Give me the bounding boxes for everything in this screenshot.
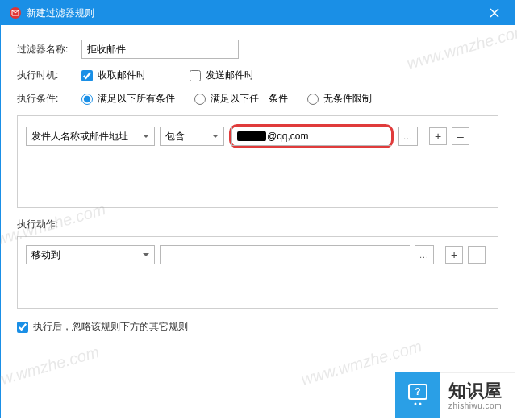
dialog-content: 过滤器名称: 执行时机: 收取邮件时 发送邮件时 执行条件: — [1, 25, 515, 342]
condition-value-text: @qq,com — [267, 131, 309, 142]
action-row: 移动到 ... + – — [26, 245, 490, 264]
filter-name-label: 过滤器名称: — [17, 43, 81, 56]
svg-text:?: ? — [415, 386, 420, 397]
condition-add-button[interactable]: + — [429, 127, 447, 145]
filter-name-input[interactable] — [81, 40, 239, 59]
svg-point-3 — [419, 403, 421, 405]
logo-en: zhishiwu.com — [448, 401, 502, 410]
app-icon — [9, 6, 22, 19]
when-receive-input[interactable] — [81, 70, 93, 81]
cond-none-text: 无条件限制 — [323, 92, 372, 106]
close-button[interactable] — [482, 1, 507, 25]
action-op-value: 移动到 — [31, 248, 60, 262]
cond-any-input[interactable] — [194, 94, 206, 105]
condition-field-value: 发件人名称或邮件地址 — [31, 130, 128, 143]
cond-label: 执行条件: — [17, 92, 81, 106]
logo-badge: ? 知识屋 zhishiwu.com — [395, 372, 515, 418]
ignore-checkbox[interactable]: 执行后，忽略该规则下方的其它规则 — [17, 320, 498, 334]
action-browse-button[interactable]: ... — [415, 245, 434, 264]
when-send-text: 发送邮件时 — [206, 69, 254, 82]
titlebar: 新建过滤器规则 — [1, 1, 515, 25]
actions-label: 执行动作: — [17, 218, 498, 231]
cond-any-text: 满足以下任一条件 — [211, 92, 288, 106]
when-send-input[interactable] — [190, 70, 201, 81]
action-remove-button[interactable]: – — [468, 246, 486, 264]
cond-none-input[interactable] — [307, 94, 319, 105]
condition-value-highlight: @qq,com — [229, 124, 394, 148]
cond-all-radio[interactable]: 满足以下所有条件 — [81, 92, 175, 106]
svg-point-2 — [414, 403, 416, 405]
action-add-button[interactable]: + — [445, 246, 463, 264]
watermark: www.wmzhe.com — [0, 343, 102, 395]
ignore-text: 执行后，忽略该规则下方的其它规则 — [33, 320, 188, 334]
condition-op-value: 包含 — [165, 130, 185, 143]
cond-any-radio[interactable]: 满足以下任一条件 — [194, 92, 288, 106]
condition-field-select[interactable]: 发件人名称或邮件地址 — [26, 127, 155, 146]
redacted-text — [237, 131, 266, 141]
condition-op-select[interactable]: 包含 — [160, 127, 224, 146]
when-send-checkbox[interactable]: 发送邮件时 — [190, 69, 254, 82]
condition-value-input[interactable]: @qq,com — [231, 127, 391, 146]
logo-text: 知识屋 zhishiwu.com — [440, 372, 515, 418]
cond-all-input[interactable] — [81, 94, 93, 105]
action-op-select[interactable]: 移动到 — [26, 245, 155, 264]
actions-panel: 移动到 ... + – — [17, 236, 498, 309]
action-value-input[interactable] — [160, 245, 410, 264]
when-receive-checkbox[interactable]: 收取邮件时 — [81, 69, 146, 82]
titlebar-title: 新建过滤器规则 — [27, 6, 482, 20]
ignore-input[interactable] — [17, 322, 28, 333]
cond-all-text: 满足以下所有条件 — [98, 92, 175, 106]
conditions-panel: 发件人名称或邮件地址 包含 @qq,com ... + – — [17, 115, 498, 208]
logo-ch: 知识屋 — [448, 382, 502, 400]
dialog-window: 新建过滤器规则 过滤器名称: 执行时机: 收取邮件时 发送邮件时 — [0, 0, 515, 418]
condition-row: 发件人名称或邮件地址 包含 @qq,com ... + – — [26, 124, 490, 148]
logo-icon: ? — [395, 372, 440, 418]
condition-remove-button[interactable]: – — [452, 127, 469, 145]
when-label: 执行时机: — [17, 69, 81, 82]
cond-none-radio[interactable]: 无条件限制 — [307, 92, 372, 106]
when-receive-text: 收取邮件时 — [98, 69, 146, 82]
condition-browse-button[interactable]: ... — [398, 127, 418, 146]
